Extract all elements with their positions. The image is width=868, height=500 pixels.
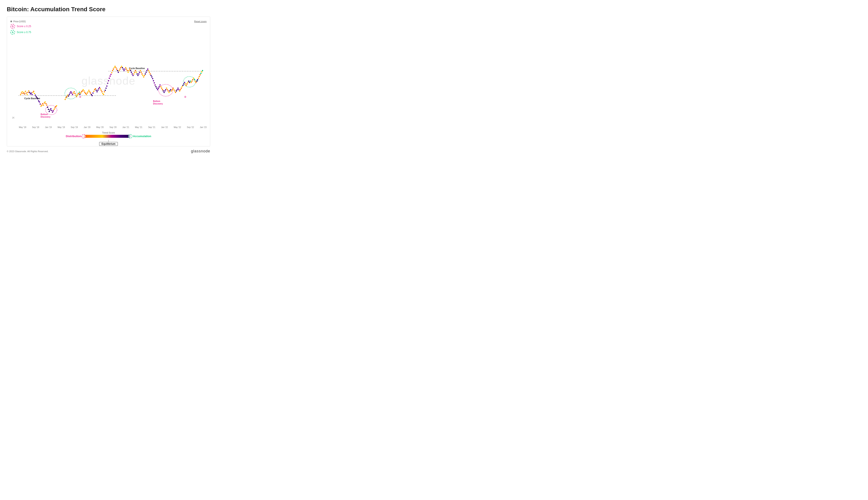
equilibrium-label: Equilibrium (99, 142, 118, 146)
svg-point-196 (176, 89, 178, 90)
svg-text:A: A (79, 91, 80, 93)
svg-point-140 (133, 73, 135, 75)
svg-point-114 (112, 70, 113, 71)
svg-point-136 (130, 70, 131, 71)
svg-point-58 (69, 94, 70, 95)
svg-point-122 (118, 70, 120, 71)
svg-point-141 (134, 72, 135, 73)
legend-item-d: D Score ≤ 0.25 (10, 24, 31, 29)
footer: © 2023 Glassnode. All Rights Reserved. g… (7, 146, 210, 154)
svg-text:D: D (79, 95, 81, 98)
trend-bar-row: Distribution Accumulation (66, 135, 151, 138)
svg-text:Cycle Baseline: Cycle Baseline (129, 67, 145, 69)
svg-point-180 (166, 88, 167, 89)
svg-point-61 (71, 92, 72, 94)
svg-point-33 (43, 104, 44, 106)
svg-point-75 (80, 92, 81, 94)
trend-score-label: Trend Score (102, 132, 115, 134)
svg-text:D: D (185, 95, 186, 98)
svg-point-174 (161, 88, 162, 89)
svg-point-113 (111, 72, 113, 73)
legend-item-a: A Score ≥ 0.75 (10, 30, 31, 35)
legend-d-circle: D (10, 24, 15, 29)
svg-point-209 (187, 82, 189, 83)
svg-point-94 (95, 90, 97, 91)
svg-point-83 (87, 92, 88, 94)
svg-point-18 (31, 92, 32, 94)
svg-point-25 (36, 97, 38, 98)
chart-container: Price [USD] D Score ≤ 0.25 A Score ≥ 0.7… (7, 16, 210, 146)
svg-point-217 (191, 81, 193, 82)
svg-text:Bottom: Bottom (41, 113, 48, 115)
svg-point-230 (202, 70, 203, 71)
svg-point-66 (75, 94, 77, 96)
accumulation-label: Accumulation (133, 135, 151, 138)
svg-point-165 (153, 82, 155, 83)
svg-point-182 (168, 90, 169, 92)
svg-point-154 (145, 73, 146, 75)
legend-score-d: Score ≤ 0.25 (17, 25, 31, 28)
svg-point-130 (125, 67, 126, 68)
svg-point-146 (138, 73, 139, 75)
svg-point-172 (159, 84, 161, 86)
svg-point-6 (21, 92, 22, 94)
svg-point-226 (198, 76, 200, 77)
svg-point-100 (101, 90, 102, 91)
svg-point-142 (135, 70, 136, 71)
svg-point-155 (146, 72, 147, 73)
svg-point-208 (186, 83, 188, 84)
svg-point-189 (171, 90, 172, 92)
svg-point-46 (54, 109, 55, 110)
svg-point-132 (127, 70, 128, 71)
legend-score-a: Score ≥ 0.75 (17, 31, 31, 34)
svg-point-98 (99, 87, 100, 88)
svg-point-71 (79, 94, 81, 95)
svg-point-59 (69, 92, 71, 94)
svg-point-211 (189, 82, 190, 83)
svg-point-54 (65, 97, 67, 98)
svg-point-202 (181, 86, 183, 87)
svg-point-126 (122, 67, 123, 68)
svg-point-116 (114, 67, 115, 68)
price-dot (10, 21, 12, 22)
svg-point-134 (128, 70, 130, 71)
svg-point-193 (174, 90, 175, 92)
footer-logo: glassnode (191, 149, 210, 154)
svg-point-91 (93, 91, 94, 92)
svg-point-112 (111, 74, 112, 75)
svg-point-27 (38, 100, 39, 102)
svg-point-20 (32, 92, 34, 93)
svg-point-181 (167, 89, 168, 90)
svg-point-106 (105, 88, 107, 89)
svg-point-179 (165, 89, 166, 90)
svg-point-42 (50, 108, 52, 109)
svg-point-162 (151, 76, 152, 78)
x-axis-labels: May '18 Sep '18 Jan '19 May '19 Sep '19 … (10, 125, 207, 130)
reset-zoom-button[interactable]: Reset zoom (194, 20, 207, 23)
svg-point-93 (95, 88, 96, 89)
svg-point-129 (124, 68, 125, 70)
svg-point-21 (33, 91, 34, 92)
svg-point-30 (41, 105, 42, 107)
svg-point-164 (153, 80, 154, 81)
svg-point-143 (136, 72, 137, 73)
svg-point-67 (76, 96, 77, 97)
svg-point-224 (197, 79, 198, 80)
svg-point-218 (192, 79, 193, 80)
svg-point-227 (199, 74, 201, 76)
svg-point-102 (102, 93, 103, 94)
svg-point-177 (163, 92, 165, 93)
svg-point-160 (150, 73, 151, 75)
svg-point-5 (20, 94, 21, 95)
svg-point-35 (45, 101, 46, 103)
svg-point-228 (200, 73, 202, 74)
svg-point-7 (22, 91, 23, 92)
svg-point-87 (90, 92, 91, 94)
svg-point-223 (196, 81, 197, 82)
svg-point-9 (23, 92, 25, 93)
svg-point-156 (146, 70, 148, 71)
svg-point-194 (175, 92, 176, 93)
svg-point-79 (83, 90, 84, 92)
chart-header: Price [USD] D Score ≤ 0.25 A Score ≥ 0.7… (10, 20, 207, 35)
chart-svg: 1K Cycle Baseline Cycle Baseline (10, 36, 207, 125)
